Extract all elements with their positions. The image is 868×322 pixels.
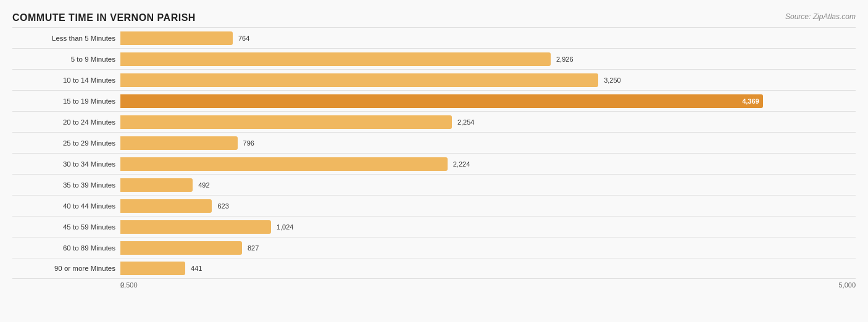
bar-fill: 492 [120,178,193,192]
bar-row: 10 to 14 Minutes3,250 [12,69,856,90]
bar-track: 492 [120,178,856,192]
bar-row: 25 to 29 Minutes796 [12,132,856,153]
bar-track: 2,926 [120,52,856,66]
bar-track: 2,224 [120,157,856,171]
x-axis-inner: 02,5005,000 [120,281,856,289]
row-label: 40 to 44 Minutes [12,202,120,210]
bar-track: 623 [120,199,856,213]
source-label: Source: ZipAtlas.com [785,12,856,21]
row-label: 45 to 59 Minutes [12,223,120,231]
row-label: 20 to 24 Minutes [12,118,120,126]
row-label: 90 or more Minutes [12,265,120,272]
bar-row: 45 to 59 Minutes1,024 [12,216,856,237]
bar-row: 35 to 39 Minutes492 [12,174,856,195]
bar-fill: 3,250 [120,73,598,87]
bar-value: 827 [245,244,259,252]
x-axis-tick: 5,000 [838,281,856,289]
bar-row: 40 to 44 Minutes623 [12,195,856,216]
bar-track: 4,369 [120,94,856,108]
bar-fill: 796 [120,136,238,150]
bar-row: 15 to 19 Minutes4,369 [12,90,856,111]
bar-value: 2,224 [451,160,470,168]
bar-fill: 2,254 [120,115,452,129]
bar-fill: 764 [120,31,233,45]
bar-track: 1,024 [120,220,856,234]
rows-area: Less than 5 Minutes7645 to 9 Minutes2,92… [12,27,856,279]
bar-fill: 441 [120,262,185,275]
row-label: 30 to 34 Minutes [12,160,120,168]
bar-value: 2,254 [455,118,475,126]
x-axis: 02,5005,000 [120,281,856,289]
bar-fill: 2,926 [120,52,551,66]
row-label: 15 to 19 Minutes [12,97,120,105]
chart-title: COMMUTE TIME IN VERNON PARISH [12,12,856,23]
row-label: Less than 5 Minutes [12,35,120,42]
row-label: 10 to 14 Minutes [12,76,120,84]
row-label: 35 to 39 Minutes [12,181,120,189]
bar-row: 60 to 89 Minutes827 [12,237,856,258]
bar-fill: 2,224 [120,157,448,171]
bar-value: 1,024 [274,223,294,231]
bar-row: 90 or more Minutes441 [12,258,856,279]
bar-value: 2,926 [554,56,574,63]
bar-fill: 4,369 [120,94,763,108]
bar-fill: 827 [120,241,242,255]
bar-row: 30 to 34 Minutes2,224 [12,153,856,174]
bar-fill: 1,024 [120,220,271,234]
bar-track: 764 [120,31,856,45]
bar-value: 4,369 [742,97,759,105]
bar-track: 827 [120,241,856,255]
bar-row: Less than 5 Minutes764 [12,27,856,48]
row-label: 5 to 9 Minutes [12,56,120,63]
bar-value: 441 [188,265,202,272]
bar-track: 796 [120,136,856,150]
bar-value: 3,250 [601,76,621,84]
bar-row: 5 to 9 Minutes2,926 [12,48,856,69]
bar-value: 623 [215,202,228,210]
bar-track: 3,250 [120,73,856,87]
x-axis-tick: 2,500 [120,281,138,289]
chart-area: Less than 5 Minutes7645 to 9 Minutes2,92… [12,27,856,281]
row-label: 60 to 89 Minutes [12,244,120,252]
bar-track: 2,254 [120,115,856,129]
chart-container: COMMUTE TIME IN VERNON PARISH Source: Zi… [0,0,868,322]
bar-row: 20 to 24 Minutes2,254 [12,111,856,132]
row-label: 25 to 29 Minutes [12,139,120,147]
bar-value: 764 [236,35,249,42]
bar-value: 796 [241,139,254,147]
bar-fill: 623 [120,199,212,213]
bar-track: 441 [120,262,856,275]
bar-value: 492 [196,181,209,189]
